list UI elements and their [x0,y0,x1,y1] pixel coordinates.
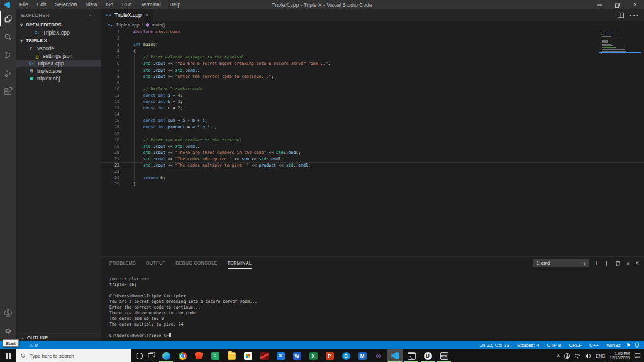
taskbar-app-docs[interactable]: ≡ [207,349,223,362]
taskbar-app-cmd[interactable]: >_ [403,349,419,362]
status-utf-8[interactable]: UTF-8 [543,343,565,348]
split-terminal-icon[interactable] [604,258,609,269]
network-icon[interactable] [574,350,580,361]
kill-terminal-icon[interactable] [615,258,621,269]
status-crlf[interactable]: CRLF [565,343,586,348]
taskbar-app-visual-studio[interactable]: ∞ [370,349,387,362]
taskbar-app-brave[interactable] [191,349,207,362]
file-triplex-exe[interactable]: ⊞triplex.exe [16,67,101,75]
explorer-actions-icon[interactable]: ··· [89,13,96,18]
breadcrumb[interactable]: C+ TripleX.cpp › main() [101,21,644,29]
restore-button[interactable] [609,0,626,9]
line-number: 22 [101,162,128,168]
menu-terminal[interactable]: Terminal [136,0,165,9]
tab-triplex-cpp[interactable]: C+ TripleX.cpp × [101,9,153,21]
volume-icon[interactable] [585,350,591,361]
clock[interactable]: 1:05 PM 12/18/2020 [609,351,630,360]
language-indicator[interactable]: ENG [596,354,605,358]
settings-gear-icon[interactable]: ⚙ [0,322,16,340]
notifications-bell-icon[interactable] [635,342,640,349]
breadcrumb-separator: › [142,22,144,28]
taskbar-app-skype[interactable]: S [338,349,354,362]
people-tray-icon[interactable] [564,353,570,359]
code-line-20: 20 std::cout << "There are three numbers… [101,150,644,156]
outline-section[interactable]: › OUTLINE [16,333,101,341]
m-app-icon: M [358,352,367,360]
new-terminal-icon[interactable]: + [594,260,598,266]
account-icon[interactable] [0,304,16,322]
start-button[interactable] [0,349,16,362]
code-editor[interactable]: 1#include <iostream>23int main()4{5 // P… [101,29,644,256]
panel-tab-output[interactable]: OUTPUT [146,257,165,269]
taskbar-app-word[interactable]: W [289,349,305,362]
status-spaces-4[interactable]: Spaces: 4 [513,343,543,348]
menu-file[interactable]: File [15,0,33,9]
file-triplex-obj[interactable]: ▣triplex.obj [16,75,101,82]
project-section[interactable]: ∨ TRIPLE X [16,36,101,45]
file-label: triplex.obj [37,75,60,82]
cortana-icon[interactable] [136,353,143,359]
search-input[interactable] [30,353,118,359]
line-number: 2 [101,35,128,41]
close-panel-icon[interactable]: × [635,260,639,266]
taskbar-app-excel[interactable]: X [305,349,321,362]
menu-edit[interactable]: Edit [33,0,51,9]
panel-tab-debug-console[interactable]: DEBUG CONSOLE [175,257,217,269]
explorer-icon[interactable] [0,9,16,28]
line-number: 16 [101,124,128,130]
taskbar-app-vscode[interactable] [387,349,403,362]
maximize-panel-icon[interactable]: ∧ [626,261,630,266]
taskbar-app-red-app[interactable] [256,349,272,362]
file--vscode[interactable]: ∨.vscode [16,45,101,52]
taskbar-app-powerpoint[interactable]: P [321,349,338,362]
action-center-icon[interactable] [634,350,641,361]
close-tab-icon[interactable]: × [145,12,148,18]
problems-status[interactable]: ⚠ 0 [29,343,38,348]
taskbar-search[interactable] [16,349,131,362]
minimize-button[interactable] [591,0,609,9]
windows-taskbar: ≡✉WXPSM∞>_UEPIC ∧ ENG 1:05 PM 12/18/2020 [0,349,644,362]
taskbar-app-m-app[interactable]: M [354,349,370,362]
panel-tab-problems[interactable]: PROBLEMS [109,257,136,269]
taskbar-app-unreal[interactable]: U [419,349,436,362]
hidden-icons-icon[interactable]: ∧ [557,353,560,358]
status-ln-22-col-73[interactable]: Ln 22, Col 73 [475,343,513,348]
taskbar-app-store[interactable] [240,349,256,362]
brave-icon [195,352,203,360]
extensions-icon[interactable] [0,82,16,101]
more-actions-icon[interactable]: ⋯ [629,9,639,21]
terminal-select[interactable]: 1: cmd ∨ [533,259,589,267]
source-control-icon[interactable] [0,46,16,64]
file-settings-json[interactable]: {}settings.json [16,52,101,60]
task-view-icon[interactable] [148,352,155,359]
method-symbol-icon [145,23,150,27]
menu-help[interactable]: Help [165,0,185,9]
taskbar-app-file-explorer[interactable] [223,349,240,362]
taskbar-app-mail[interactable]: ✉ [272,349,289,362]
feedback-icon[interactable]: ⚑ [626,343,631,348]
panel-tab-terminal[interactable]: TERMINAL [228,257,252,269]
code-line-21: 21 std::cout << "The codes add-up to: " … [101,156,644,162]
open-editors-section[interactable]: ∨ OPEN EDITORS [16,21,101,29]
run-and-debug-icon[interactable] [0,64,16,82]
file-triplex-cpp[interactable]: C+TripleX.cpp [16,60,101,67]
close-window-button[interactable]: × [626,0,644,9]
minimap[interactable] [601,31,638,55]
taskbar-app-epic[interactable]: EPIC [436,349,452,362]
search-icon[interactable] [0,28,16,46]
terminal-line [109,327,644,333]
menu-selection[interactable]: Selection [50,0,81,9]
file-triplex-cpp[interactable]: C+TripleX.cpp [16,29,101,36]
terminal-output[interactable]: /out:triplex.exetriplex.objC:\Users\Owne… [101,269,644,341]
line-number: 12 [101,99,128,105]
menu-go[interactable]: Go [102,0,118,9]
split-editor-icon[interactable] [618,9,624,21]
status-c-[interactable]: C++ [586,343,602,348]
terminal-line: The codes add-up to: 9 [109,316,644,322]
terminal-line: There are three numbers in the code [109,310,644,316]
taskbar-app-chrome[interactable] [174,349,191,362]
taskbar-app-edge[interactable] [158,349,174,362]
menu-view[interactable]: View [81,0,101,9]
menu-run[interactable]: Run [118,0,136,9]
status-win32[interactable]: Win32 [602,343,625,348]
